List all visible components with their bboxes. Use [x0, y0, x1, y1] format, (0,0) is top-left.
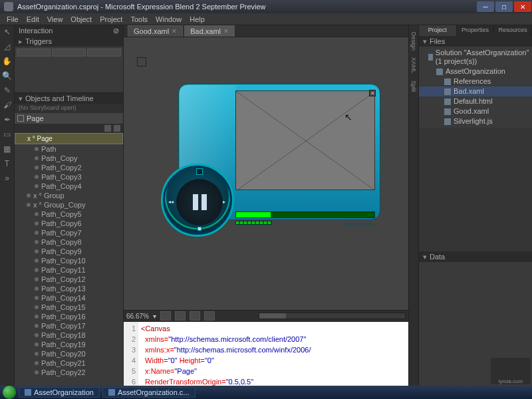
tree-item[interactable]: Path_Copy2 — [15, 163, 123, 172]
start-orb-icon[interactable] — [3, 386, 16, 399]
tree-eye-icon[interactable] — [104, 125, 111, 132]
selection-tool-icon[interactable]: ↖ — [2, 27, 13, 37]
zoom-tool-icon[interactable]: 🔍 — [2, 70, 13, 81]
artboard[interactable]: ✕ 00:00/00:00 ◂◂ ▸▸ ↖ — [124, 37, 408, 310]
minimize-button[interactable]: ─ — [477, 1, 494, 12]
menu-edit[interactable]: Edit — [23, 15, 43, 23]
tree-item[interactable]: Path_Copy16 — [15, 312, 123, 321]
tree-lock-icon[interactable] — [114, 125, 120, 132]
pan-tool-icon[interactable]: ✋ — [2, 56, 13, 66]
objects-panel-header[interactable]: ▾Objects and Timeline — [15, 93, 123, 104]
file-item[interactable]: Silverlight.js — [419, 116, 532, 126]
tree-item[interactable]: Path_Copy22 — [15, 368, 123, 377]
document-tab[interactable]: Good.xaml✕ — [128, 25, 183, 37]
zoom-level[interactable]: 66.67% — [126, 313, 149, 320]
eject-icon[interactable] — [196, 168, 203, 175]
data-panel-header[interactable]: ▾Data — [419, 251, 532, 262]
tree-item[interactable]: Path_Copy14 — [15, 293, 123, 303]
tree-item-selected[interactable]: x ° Page — [15, 133, 123, 144]
watermark: lynda.com — [491, 358, 531, 384]
play-pause-button[interactable] — [176, 179, 223, 225]
trigger-slot[interactable] — [52, 49, 86, 57]
direct-select-tool-icon[interactable]: ◿ — [2, 41, 13, 52]
tab-close-icon[interactable]: ✕ — [223, 28, 229, 35]
tree-item[interactable]: Path_Copy8 — [15, 237, 123, 247]
view-tab-design[interactable]: Design — [410, 29, 417, 53]
menu-view[interactable]: View — [43, 15, 67, 23]
progress-bar[interactable] — [235, 211, 375, 218]
menu-project[interactable]: Project — [96, 15, 126, 23]
grid-toggle-icon[interactable] — [160, 311, 171, 321]
panel-tab-resources[interactable]: Resources — [494, 25, 532, 36]
tree-item[interactable]: Path_Copy15 — [15, 303, 123, 312]
tree-item[interactable]: Path_Copy17 — [15, 321, 123, 331]
zoom-dropdown-icon[interactable]: ▾ — [153, 313, 156, 320]
brush-tool-icon[interactable]: 🖌 — [2, 100, 13, 110]
tree-item[interactable]: Path_Copy7 — [15, 228, 123, 237]
tree-item[interactable]: Path_Copy13 — [15, 284, 123, 293]
stop-icon[interactable] — [198, 227, 201, 231]
triggers-panel-header[interactable]: ▸Triggers — [15, 36, 123, 47]
tree-item[interactable]: Path_Copy21 — [15, 358, 123, 368]
tree-item[interactable]: Path_Copy5 — [15, 209, 123, 219]
snap-grid-icon[interactable] — [190, 311, 200, 321]
tree-item[interactable]: Path_Copy3 — [15, 172, 123, 182]
pen-tool-icon[interactable]: ✒ — [2, 114, 13, 125]
objects-tree[interactable]: PathPath_CopyPath_Copy2Path_Copy3Path_Co… — [15, 144, 123, 386]
tree-item[interactable]: Path_Copy19 — [15, 340, 123, 349]
menu-object[interactable]: Object — [66, 15, 96, 23]
menu-window[interactable]: Window — [152, 15, 186, 23]
interaction-panel-header[interactable]: Interaction⊘ — [15, 25, 123, 36]
tree-item[interactable]: Path_Copy18 — [15, 331, 123, 340]
taskbar-button[interactable]: AssetOrganization.c... — [102, 387, 196, 398]
close-button[interactable]: ✕ — [514, 1, 531, 12]
tree-item[interactable]: Path_Copy4 — [15, 182, 123, 191]
file-item[interactable]: References — [419, 76, 532, 86]
file-item[interactable]: Solution "AssetOrganization" (1 project(… — [419, 48, 532, 66]
document-tab[interactable]: Bad.xaml✕ — [184, 25, 235, 37]
text-tool-icon[interactable]: T — [2, 158, 13, 169]
tree-item[interactable]: x ° Group_Copy — [15, 200, 123, 209]
files-panel-header[interactable]: ▾Files — [419, 36, 532, 47]
solution-tree[interactable]: Solution "AssetOrganization" (1 project(… — [419, 47, 532, 128]
tree-root-page[interactable]: Page — [15, 113, 123, 124]
file-item[interactable]: Good.xaml — [419, 106, 532, 116]
prev-icon[interactable]: ◂◂ — [168, 199, 175, 205]
tree-item[interactable]: Path_Copy12 — [15, 275, 123, 284]
tab-close-icon[interactable]: ✕ — [172, 28, 177, 35]
menu-tools[interactable]: Tools — [126, 15, 152, 23]
tree-item[interactable]: Path_Copy — [15, 154, 123, 163]
view-tab-split[interactable]: Split — [410, 78, 417, 95]
trigger-slot[interactable] — [17, 49, 51, 57]
maximize-button[interactable]: □ — [495, 1, 513, 12]
file-item[interactable]: AssetOrganization — [419, 66, 532, 76]
tree-item[interactable]: Path_Copy10 — [15, 256, 123, 265]
xaml-code-view[interactable]: 123456 <Canvas xmlns="http://schemas.mic… — [124, 322, 408, 386]
menu-help[interactable]: Help — [186, 15, 209, 23]
panel-tab-properties[interactable]: Properties — [457, 25, 495, 36]
snap-toggle-icon[interactable] — [175, 311, 186, 321]
tree-item[interactable]: Path_Copy6 — [15, 219, 123, 228]
rectangle-tool-icon[interactable]: ▭ — [2, 129, 13, 140]
eyedropper-tool-icon[interactable]: ✎ — [2, 85, 13, 96]
menu-file[interactable]: File — [3, 15, 23, 23]
taskbar-button[interactable]: AssetOrganization — [19, 387, 100, 398]
cursor-icon: ↖ — [344, 112, 352, 122]
asset-tool-icon[interactable]: » — [2, 173, 13, 184]
horizontal-scrollbar[interactable] — [259, 313, 406, 319]
tree-item[interactable]: Path_Copy11 — [15, 265, 123, 275]
file-item[interactable]: Bad.xaml — [419, 86, 532, 96]
tree-item[interactable]: Path — [15, 144, 123, 154]
view-tab-xaml[interactable]: XAML — [410, 55, 417, 76]
file-item[interactable]: Default.html — [419, 96, 532, 106]
layout-tool-icon[interactable]: ▦ — [2, 144, 13, 154]
volume-meter[interactable] — [235, 221, 272, 225]
tree-item[interactable]: Path_Copy9 — [15, 247, 123, 256]
code-source[interactable]: <Canvas xmlns="http://schemas.microsoft.… — [138, 322, 313, 386]
video-close-icon[interactable]: ✕ — [369, 90, 376, 96]
trigger-slot[interactable] — [87, 49, 121, 57]
panel-tab-project[interactable]: Project — [419, 25, 457, 36]
tree-item[interactable]: x ° Group — [15, 191, 123, 200]
effects-toggle-icon[interactable] — [204, 311, 215, 321]
tree-item[interactable]: Path_Copy20 — [15, 349, 123, 358]
